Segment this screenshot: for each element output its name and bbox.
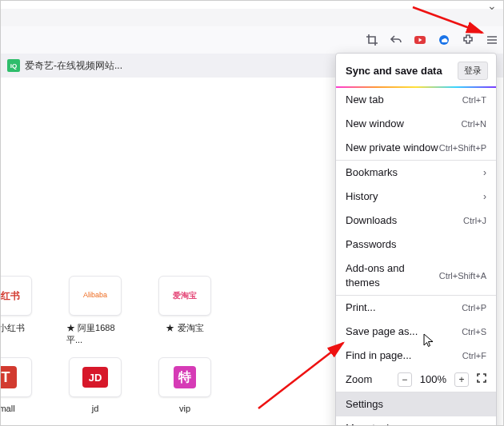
menu-item-downloads[interactable]: DownloadsCtrl+J <box>336 209 496 233</box>
tile-row: Ttmall JDjd 特vip <box>0 357 214 413</box>
zoom-in-button[interactable]: + <box>454 372 469 387</box>
chevron-right-icon: › <box>483 421 486 426</box>
chevron-right-icon: › <box>483 165 486 180</box>
logo: JD <box>82 367 108 388</box>
login-button[interactable]: 登录 <box>458 62 488 80</box>
menu-item-new-private-window[interactable]: New private windowCtrl+Shift+P <box>336 136 496 160</box>
undo-icon[interactable] <box>388 32 404 48</box>
youtube-icon[interactable] <box>412 32 428 48</box>
chevron-right-icon: › <box>483 189 486 204</box>
window-caret-icon: ⌄ <box>487 0 497 12</box>
menu-item-addons[interactable]: Add-ons and themesCtrl+Shift+A <box>336 257 496 295</box>
tile[interactable]: 爱淘宝★ 爱淘宝 <box>156 276 214 346</box>
menu-item-find[interactable]: Find in page...Ctrl+F <box>336 344 496 368</box>
menu-item-new-window[interactable]: New windowCtrl+N <box>336 112 496 136</box>
tile[interactable]: Alibaba★ 阿里1688平... <box>66 276 124 346</box>
logo: 特 <box>174 366 196 388</box>
menu-item-new-tab[interactable]: New tabCtrl+T <box>336 88 496 112</box>
menu-item-zoom: Zoom − 100% + <box>336 368 496 392</box>
tile-caption: ★ 阿里1688平... <box>66 322 124 346</box>
tile-caption: tmall <box>0 404 15 413</box>
tile[interactable]: 小红书★ 小红书 <box>0 276 34 346</box>
extension-icon[interactable] <box>460 32 476 48</box>
logo: T <box>0 366 17 388</box>
window-titlebar: ⌄ <box>1 1 503 9</box>
cloud-icon[interactable] <box>436 32 452 48</box>
toolbar <box>1 26 503 54</box>
hamburger-menu-icon[interactable] <box>484 32 500 48</box>
menu-item-more-tools[interactable]: More tools› <box>336 416 496 426</box>
tile-row: 小红书★ 小红书 Alibaba★ 阿里1688平... 爱淘宝★ 爱淘宝 <box>0 276 214 346</box>
menu-sync-label: Sync and save data <box>346 65 442 77</box>
logo: Alibaba <box>83 292 107 300</box>
menu-sync-header: Sync and save data 登录 <box>336 54 496 86</box>
fullscreen-icon[interactable] <box>477 372 486 387</box>
logo: 爱淘宝 <box>173 290 197 301</box>
tab-title[interactable]: 爱奇艺-在线视频网站... <box>25 59 122 73</box>
menu-item-history[interactable]: History› <box>336 185 496 209</box>
tile[interactable]: Ttmall <box>0 357 34 413</box>
tile-caption: jd <box>92 404 99 413</box>
menu-item-save-page[interactable]: Save page as...Ctrl+S <box>336 320 496 344</box>
tab-favicon: iQ <box>7 59 20 72</box>
menu-item-passwords[interactable]: Passwords <box>336 233 496 257</box>
menu-item-print[interactable]: Print...Ctrl+P <box>336 296 496 320</box>
tile[interactable]: JDjd <box>66 357 124 413</box>
zoom-out-button[interactable]: − <box>398 372 412 387</box>
tile-caption: ★ 小红书 <box>0 322 25 334</box>
main-menu: Sync and save data 登录 New tabCtrl+T New … <box>335 53 497 426</box>
tile[interactable]: 特vip <box>156 357 214 413</box>
logo: 小红书 <box>0 289 20 303</box>
menu-item-settings[interactable]: Settings <box>336 392 496 416</box>
tile-caption: ★ 爱淘宝 <box>166 322 203 334</box>
menu-item-bookmarks[interactable]: Bookmarks› <box>336 161 496 185</box>
crop-icon[interactable] <box>364 32 380 48</box>
tile-caption: vip <box>179 404 190 413</box>
zoom-value: 100% <box>420 372 446 387</box>
